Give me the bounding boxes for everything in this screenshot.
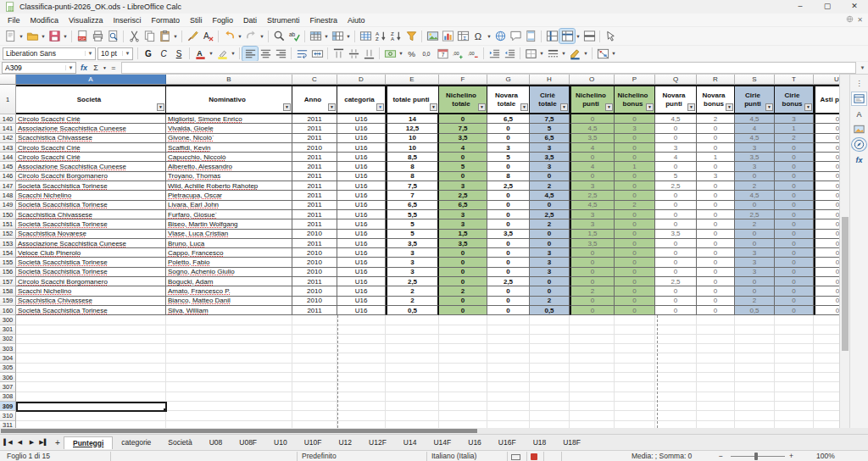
cell-D149[interactable]: U16 <box>337 201 386 210</box>
cell-T305[interactable] <box>775 364 814 373</box>
styles-icon[interactable]: A <box>852 108 866 120</box>
cell-H303[interactable] <box>530 344 570 353</box>
cell-F152[interactable]: 1,5 <box>439 230 487 239</box>
cell-B306[interactable] <box>166 373 292 382</box>
cell-C149[interactable]: 2011 <box>292 201 337 210</box>
find-replace-icon[interactable] <box>271 29 287 43</box>
cell-D300[interactable] <box>337 315 386 325</box>
chevron-down-icon[interactable]: ▼ <box>172 29 179 43</box>
cell-B158[interactable]: Amato, Francesco P. <box>166 286 292 296</box>
indent-inc-icon[interactable] <box>487 47 502 61</box>
chevron-down-icon[interactable]: ▼ <box>236 29 243 43</box>
cell-R159[interactable]: 0 <box>697 297 735 306</box>
align-center-icon[interactable] <box>258 47 273 61</box>
cell-O158[interactable]: 2 <box>570 286 615 296</box>
sheet-tab-Punteggi[interactable]: Punteggi <box>64 436 113 449</box>
cell-R145[interactable]: 0 <box>697 162 735 171</box>
navigator-icon[interactable] <box>852 138 866 151</box>
cell-F307[interactable] <box>439 382 487 392</box>
cell-F156[interactable]: 0 <box>439 268 487 277</box>
header-cell-D[interactable]: categoria▼ <box>337 85 386 114</box>
cell-B154[interactable]: Cappo, Francesco <box>166 248 292 258</box>
cell-R142[interactable]: 0 <box>697 134 735 143</box>
cell-R153[interactable]: 0 <box>697 239 735 248</box>
cell-D144[interactable]: U16 <box>337 153 386 162</box>
cell-P147[interactable]: 0 <box>615 181 655 191</box>
cell-S302[interactable] <box>735 335 775 344</box>
cell-D158[interactable]: U16 <box>337 286 386 296</box>
formula-input-line[interactable] <box>121 62 856 74</box>
header-cell-H[interactable]: Ciriè totale▼ <box>530 85 570 114</box>
cell-A307[interactable] <box>16 382 166 392</box>
cell-A154[interactable]: Veloce Club Pinerolo <box>16 248 166 258</box>
cell-O143[interactable]: 4 <box>570 143 615 153</box>
column-header-F[interactable]: F <box>439 75 487 85</box>
cell-O304[interactable] <box>570 353 615 363</box>
sheet-tab-U12[interactable]: U12 <box>330 436 360 448</box>
cell-H152[interactable]: 0 <box>530 230 570 239</box>
cell-F305[interactable] <box>439 364 487 373</box>
cell-Q302[interactable] <box>655 335 697 344</box>
row-header-141[interactable]: 141 <box>0 124 16 133</box>
header-cell-E[interactable]: totale punti▼ <box>386 85 439 114</box>
cell-U149[interactable]: 0 <box>814 201 839 210</box>
cell-P150[interactable]: 0 <box>615 210 655 219</box>
cell-C143[interactable]: 2010 <box>292 143 337 153</box>
cell-D142[interactable]: U16 <box>337 134 386 143</box>
cell-Q147[interactable]: 2,5 <box>655 181 697 191</box>
cell-F300[interactable] <box>439 315 487 325</box>
cell-Q308[interactable] <box>655 392 697 402</box>
row-header-306[interactable]: 306 <box>0 373 16 382</box>
header-cell-Q[interactable]: Novara punti▼ <box>655 85 697 114</box>
cell-A160[interactable]: Società Scacchistica Torinese <box>16 306 166 315</box>
cell-F144[interactable]: 0 <box>439 153 487 162</box>
cell-D145[interactable]: U16 <box>337 162 386 171</box>
cell-U155[interactable]: 0 <box>814 258 839 267</box>
functions-icon[interactable]: fx <box>852 153 866 166</box>
currency-icon[interactable] <box>382 47 398 61</box>
row-header-147[interactable]: 147 <box>0 181 16 191</box>
cell-F160[interactable]: 0 <box>439 306 487 315</box>
cell-P141[interactable]: 3 <box>615 124 655 133</box>
chevron-down-icon[interactable]: ▼ <box>538 47 545 61</box>
cell-R306[interactable] <box>697 373 735 382</box>
cell-D157[interactable]: U16 <box>337 277 386 286</box>
chevron-down-icon[interactable]: ▼ <box>40 29 47 43</box>
cell-F153[interactable]: 3,5 <box>439 239 487 248</box>
clone-formatting-icon[interactable] <box>185 29 200 43</box>
cell-G148[interactable]: 0 <box>487 191 530 200</box>
cell-G308[interactable] <box>487 392 530 402</box>
cell-P154[interactable]: 0 <box>615 248 655 258</box>
cell-B140[interactable]: Migliorisi, Simone Enrico <box>166 114 292 124</box>
cut-icon[interactable] <box>126 29 142 43</box>
pivot-icon[interactable]: Σ <box>455 29 470 43</box>
cell-F154[interactable]: 0 <box>439 248 487 258</box>
cell-U140[interactable]: 0 <box>814 114 839 124</box>
document-modified-icon[interactable] <box>531 453 537 461</box>
cell-U303[interactable] <box>814 344 839 353</box>
cell-E307[interactable] <box>386 382 439 392</box>
cell-G144[interactable]: 5 <box>487 153 530 162</box>
cell-D307[interactable] <box>337 382 386 392</box>
column-header-U[interactable]: U <box>814 75 839 85</box>
cell-D154[interactable]: U16 <box>337 248 386 258</box>
cell-G151[interactable]: 0 <box>487 219 530 229</box>
cell-D152[interactable]: U16 <box>337 230 386 239</box>
chevron-down-icon[interactable]: ▼ <box>208 47 214 61</box>
row-header-160[interactable]: 160 <box>0 306 16 315</box>
cell-Q311[interactable] <box>655 421 697 429</box>
cell-Q152[interactable]: 3,5 <box>655 230 697 239</box>
cell-A156[interactable]: Società Scacchistica Torinese <box>16 268 166 277</box>
cell-S304[interactable] <box>735 353 775 363</box>
autofilter-icon[interactable] <box>403 29 419 43</box>
sheet-tab-U10F[interactable]: U10F <box>296 436 331 448</box>
cell-U158[interactable]: 0 <box>814 286 839 296</box>
cell-F159[interactable]: 0 <box>439 297 487 306</box>
cell-E153[interactable]: 3,5 <box>386 239 439 248</box>
cell-P300[interactable] <box>615 315 655 325</box>
highlight-color-icon[interactable] <box>214 47 230 61</box>
cell-G309[interactable] <box>487 402 530 411</box>
cell-Q305[interactable] <box>655 364 697 373</box>
cell-R150[interactable]: 0 <box>697 210 735 219</box>
cell-E145[interactable]: 8 <box>386 162 439 171</box>
